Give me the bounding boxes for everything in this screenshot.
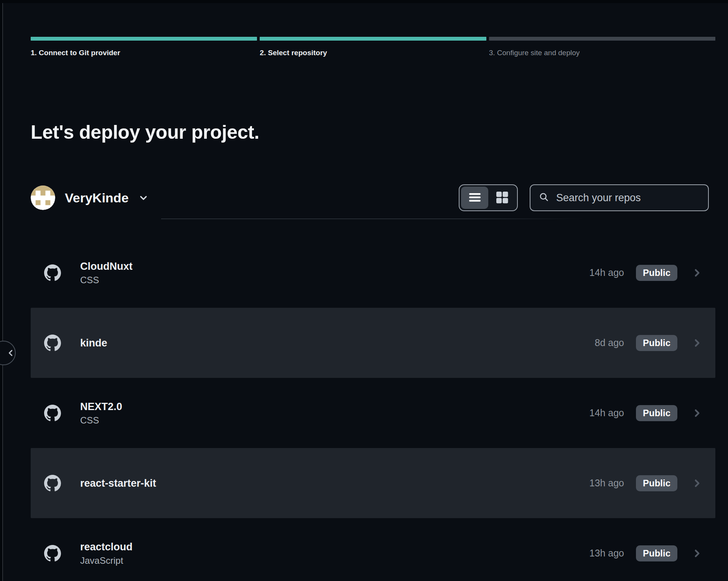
- org-name: VeryKinde: [65, 190, 128, 205]
- repo-search: [530, 184, 709, 211]
- list-view-button[interactable]: [461, 187, 488, 209]
- github-icon: [44, 335, 61, 351]
- page-title: Let's deploy your project.: [31, 121, 715, 144]
- window-top-edge: [0, 0, 728, 3]
- visibility-badge: Public: [636, 545, 677, 561]
- repo-updated: 14h ago: [581, 267, 624, 278]
- repo-updated: 14h ago: [581, 407, 624, 419]
- step-progress-bar: [260, 37, 486, 41]
- repo-row[interactable]: reactcloud JavaScript 13h ago Public: [31, 518, 715, 581]
- search-icon: [539, 192, 549, 204]
- list-view-icon: [468, 191, 482, 205]
- deploy-wizard-screen: 1. Connect to Git provider 2. Select rep…: [0, 0, 728, 581]
- repo-row[interactable]: react-starter-kit 13h ago Public: [31, 448, 715, 518]
- chevron-right-icon: [692, 548, 702, 558]
- stepper: 1. Connect to Git provider 2. Select rep…: [31, 37, 715, 57]
- main-panel: 1. Connect to Git provider 2. Select rep…: [3, 3, 728, 581]
- chevron-down-icon: [139, 193, 148, 202]
- repo-row[interactable]: NEXT2.0 CSS 14h ago Public: [31, 378, 715, 448]
- visibility-badge: Public: [636, 475, 677, 491]
- chevron-right-icon: [692, 478, 702, 488]
- repo-name: reactcloud: [80, 541, 133, 553]
- repo-language: CSS: [80, 415, 122, 425]
- step-progress-bar: [489, 37, 715, 41]
- step-label: 3. Configure site and deploy: [489, 49, 715, 57]
- stepper-step: 2. Select repository: [260, 37, 486, 57]
- repo-updated: 13h ago: [581, 548, 624, 559]
- repo-name: CloudNuxt: [80, 261, 132, 272]
- grid-view-button[interactable]: [488, 187, 516, 209]
- repo-updated: 13h ago: [581, 478, 624, 489]
- visibility-badge: Public: [636, 265, 677, 281]
- repo-language: JavaScript: [80, 556, 133, 566]
- repo-row[interactable]: CloudNuxt CSS 14h ago Public: [31, 238, 715, 308]
- org-avatar: [31, 185, 55, 210]
- github-icon: [44, 475, 61, 492]
- chevron-right-icon: [692, 338, 702, 348]
- org-divider: [161, 218, 585, 219]
- visibility-badge: Public: [636, 335, 677, 351]
- chevron-right-icon: [692, 268, 702, 278]
- repo-name: NEXT2.0: [80, 401, 122, 412]
- view-and-search-controls: [459, 184, 709, 211]
- stepper-step: 3. Configure site and deploy: [489, 37, 715, 57]
- chevron-right-icon: [692, 408, 702, 418]
- repo-toolbar: VeryKinde: [31, 184, 715, 211]
- repo-name: kinde: [80, 337, 107, 349]
- repo-list: CloudNuxt CSS 14h ago Public kinde 8d ag…: [31, 238, 715, 581]
- github-icon: [44, 264, 61, 281]
- repo-row[interactable]: kinde 8d ago Public: [31, 308, 715, 378]
- grid-view-icon: [495, 190, 509, 205]
- repo-language: CSS: [80, 275, 132, 285]
- step-label: 2. Select repository: [260, 49, 486, 57]
- github-icon: [44, 405, 61, 422]
- repo-updated: 8d ago: [581, 337, 624, 348]
- visibility-badge: Public: [636, 405, 677, 421]
- github-icon: [44, 545, 61, 562]
- stepper-step: 1. Connect to Git provider: [31, 37, 257, 57]
- search-input[interactable]: [555, 192, 700, 204]
- org-selector[interactable]: VeryKinde: [31, 185, 148, 210]
- view-toggle: [459, 184, 518, 211]
- repo-name: react-starter-kit: [80, 478, 156, 489]
- step-progress-bar: [31, 37, 257, 41]
- panel-divider-line: [2, 3, 3, 581]
- step-label: 1. Connect to Git provider: [31, 49, 257, 57]
